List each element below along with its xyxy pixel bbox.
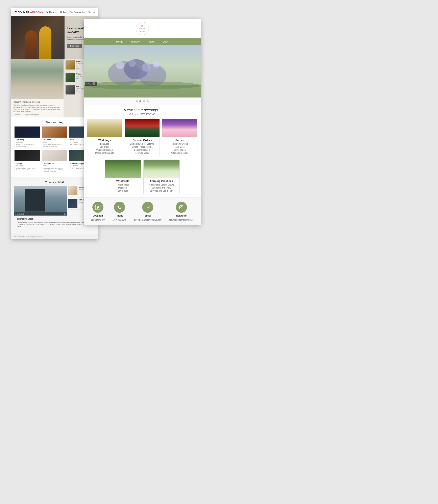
quote-author: Emmanuel, Sr Strategist at hiring.com: [13, 114, 61, 116]
sp-card-img-weddings: [87, 119, 122, 137]
sp-card-img-parties: [162, 119, 197, 137]
sp-nav-home[interactable]: Home: [116, 40, 123, 43]
colmar-logo-accent: ACADEMY: [30, 11, 43, 14]
svg-point-13: [180, 207, 182, 208]
sp-card-item-buy-bulk: Buy in bulk: [105, 189, 141, 194]
sp-card-title-farming: Farming Practices: [143, 178, 179, 183]
course-label-design: COURSES: [16, 165, 39, 167]
sp-card-item-whimsical-pretty: Whimsical and Pretty: [143, 186, 179, 189]
sp-logo-line2: and: [141, 29, 143, 31]
course-img-marketing: [14, 126, 40, 137]
courses-grid: Marketing COURSES Analytics, Content Mar…: [14, 126, 95, 174]
sp-card-item-sustainable: Sustainable, Locally Grown: [143, 183, 179, 186]
sp-cards-row1: Weddings Bouquets DIY Brides Wedding Des…: [84, 119, 201, 159]
sp-card-item-upcycled: Upcycled and Eco-friendly: [143, 189, 179, 194]
sp-dot-3[interactable]: [143, 100, 145, 102]
svg-point-6: [142, 63, 151, 72]
thesis-text-box: Reimagine urban "Curabitur vitae libero …: [14, 216, 95, 231]
sp-hero: [84, 45, 201, 97]
sp-card-item-mason: Mason Jar Bouquets: [87, 151, 122, 156]
thesis-content: ▶ 5:00 / 0:22 🔊 ⛶ Fisma: Designer produc…: [14, 186, 95, 216]
quote-box: it doesn't hurt to keep practicing "Cura…: [11, 99, 64, 117]
nav-sign-in[interactable]: Sign in: [88, 11, 95, 13]
video-volume-icon[interactable]: 🔊: [62, 213, 63, 215]
start-here-button[interactable]: Start here: [67, 44, 82, 48]
event-thumb-2: [66, 73, 75, 82]
course-card-marketing: Marketing COURSES Analytics, Content Mar…: [14, 126, 40, 148]
sp-card-img-wholesale: [105, 160, 141, 178]
svg-point-5: [129, 60, 136, 67]
sp-email-icon: [142, 202, 153, 213]
nav-our-companies[interactable]: Our Companies: [69, 11, 85, 13]
course-card-design: Design COURSES User Experience Design, U…: [14, 150, 40, 174]
course-desc-business: Product Development, Business Developmen…: [43, 143, 66, 147]
sp-nav: Home Gallery About Q&A: [84, 38, 201, 45]
sp-logo-line1: sweet peas: [139, 27, 146, 29]
video-fullscreen-icon[interactable]: ⛶: [64, 213, 66, 215]
sp-logo: sweet peas and carrot cake: [136, 22, 149, 35]
course-label-business: COURSES: [43, 141, 66, 143]
sp-card-item-wedding-designers: Wedding Designers: [87, 148, 122, 151]
colmar-nav: ⚑ COLMARACADEMY On Campus Online Our Com…: [11, 8, 98, 16]
course-card-business: Business COURSES Product Development, Bu…: [42, 126, 67, 148]
sp-card-img-custom: [125, 119, 160, 137]
hero-image: [11, 16, 66, 59]
quote-header: it doesn't hurt to keep practicing: [13, 101, 61, 103]
sp-dot-2[interactable]: [139, 100, 141, 102]
quote-body: "Curabitur vitae libero in ipsum porttit…: [13, 104, 61, 113]
hero-figure-2: [39, 26, 51, 59]
sp-instagram-icon: [176, 202, 187, 213]
sp-card-title-weddings: Weddings: [87, 137, 122, 142]
man-image: [11, 59, 64, 99]
course-label-computer-art: COURSES: [43, 165, 66, 167]
course-label-marketing: COURSES: [16, 141, 39, 143]
svg-point-7: [153, 61, 160, 67]
sp-card-item-recycled: Recycled Vases: [125, 151, 160, 156]
course-desc-computer-art: Images & Design, Web Design, Motion Grap…: [43, 167, 66, 173]
colmar-logo-text-plain: COLMAR: [18, 11, 29, 14]
video-play-icon[interactable]: ▶: [16, 213, 17, 215]
sweetpeas-window: sweet peas and carrot cake Home Gallery …: [84, 19, 201, 225]
sp-nav-qa[interactable]: Q&A: [163, 40, 168, 43]
course-desc-marketing: Analytics, Content Marketing, Mobile Mar…: [16, 143, 39, 147]
sp-dot-1[interactable]: [136, 100, 138, 102]
nav-online[interactable]: Online: [60, 11, 67, 13]
course-card-computer-art: Computer art COURSES Images & Design, We…: [42, 150, 67, 174]
sp-offerings-title: A few of our offerings...: [84, 105, 201, 113]
sp-card-item-designers: Designers: [105, 186, 141, 189]
sp-instagram-value: @sweetpeasandcarrotcake: [169, 219, 194, 221]
event-thumb-3: [66, 85, 75, 94]
course-img-design: [14, 150, 40, 161]
article-thumb-1: [68, 186, 77, 195]
sp-card-parties: Parties Flowers for Events Table Decor B…: [162, 119, 197, 156]
sp-contact-section: Location Bellingham, WA Phone (360) 483-…: [84, 197, 201, 225]
nav-on-campus[interactable]: On Campus: [45, 11, 57, 13]
sp-location-label: Location: [93, 214, 103, 217]
sp-logo-circle: sweet peas and carrot cake: [136, 22, 149, 35]
thesis-main-title: Reimagine urban: [17, 218, 92, 220]
sp-card-item-table-decor: Table Decor: [162, 146, 197, 148]
video-time: 5:00 / 0:22: [17, 213, 24, 215]
sp-contact-phone: Phone (360) 483-8948: [112, 202, 126, 221]
sp-card-weddings: Weddings Bouquets DIY Brides Wedding Des…: [87, 119, 122, 156]
sp-nav-gallery[interactable]: Gallery: [131, 40, 140, 43]
sp-phone: Call us at: (360) 483-8948: [84, 113, 201, 116]
sp-card-item-floral-shapes: Floral Shapes: [105, 183, 141, 186]
sp-card-title-parties: Parties: [162, 137, 197, 142]
alt-q-badge: Alt+Q ×: [85, 82, 97, 86]
alt-q-close-button[interactable]: ×: [93, 82, 95, 85]
svg-rect-11: [146, 206, 150, 209]
sp-location-value: Bellingham, WA: [91, 219, 105, 221]
sp-location-icon: [92, 202, 103, 213]
sp-phone-label: Phone: [116, 214, 123, 217]
sp-card-farming: Farming Practices Sustainable, Locally G…: [143, 159, 180, 194]
course-img-computer-art: [42, 150, 67, 161]
sp-phone-icon: [114, 202, 125, 213]
sp-email-label: Email: [145, 214, 151, 217]
thesis-quote: "Curabitur vitae libero in ipsum porttit…: [17, 221, 92, 228]
start-learning-title: Start learning: [14, 121, 95, 124]
sp-nav-about[interactable]: About: [148, 40, 154, 43]
sp-contact-instagram: Instagram @sweetpeasandcarrotcake: [169, 202, 194, 221]
sp-card-item-seasonal: Seasonal Flowers: [125, 148, 160, 151]
sp-dot-4[interactable]: [147, 100, 149, 102]
